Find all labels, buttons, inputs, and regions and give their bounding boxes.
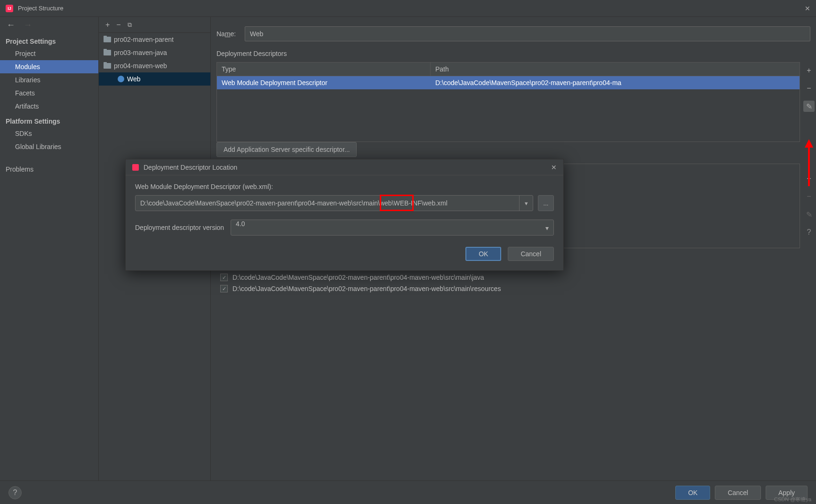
name-row: Name: (216, 26, 810, 41)
dialog-cancel-button[interactable]: Cancel (508, 247, 554, 261)
help-button[interactable]: ? (8, 486, 22, 499)
remove-icon[interactable]: − (116, 21, 120, 29)
add-row-icon[interactable]: + (803, 65, 815, 76)
dialog-buttons: OK Cancel (126, 247, 563, 270)
deployment-descriptor-dialog: Deployment Descriptor Location ✕ Web Mod… (125, 159, 564, 271)
back-icon[interactable]: ← (7, 20, 15, 30)
tree-item[interactable]: pro02-maven-parent (99, 33, 210, 46)
table-header: Type Path (217, 63, 800, 76)
watermark: CSDN @寒塘ya (774, 496, 811, 503)
chevron-down-icon: ▾ (545, 224, 549, 232)
tree-item[interactable]: pro04-maven-web (99, 59, 210, 72)
version-select[interactable]: 4.0 ▾ (231, 220, 554, 236)
remove-icon[interactable]: − (803, 191, 815, 202)
version-label: Deployment descriptor version (135, 224, 224, 231)
path-row: ▾ ... (135, 195, 554, 211)
tree-item-web[interactable]: Web (99, 72, 210, 86)
checkbox-icon[interactable]: ✓ (220, 285, 228, 292)
table-row[interactable]: Web Module Deployment Descriptor D:\code… (217, 76, 800, 89)
td-type: Web Module Deployment Descriptor (217, 76, 431, 89)
dialog-titlebar: Deployment Descriptor Location ✕ (126, 159, 563, 175)
dialog-close-icon[interactable]: ✕ (551, 164, 557, 171)
path-input[interactable] (135, 195, 533, 211)
source-root-row[interactable]: ✓ D:\code\JavaCode\MavenSpace\pro02-mave… (216, 283, 800, 294)
path-input-wrapper: ▾ (135, 195, 533, 211)
folder-icon (104, 37, 111, 42)
nav-modules[interactable]: Modules (0, 60, 98, 73)
edit-row-icon[interactable]: ✎ (803, 101, 815, 112)
nav-artifacts[interactable]: Artifacts (0, 100, 98, 113)
source-root-path: D:\code\JavaCode\MavenSpace\pro02-maven-… (232, 285, 501, 292)
server-button-row: Add Application Server specific descript… (216, 142, 800, 157)
close-icon[interactable]: ✕ (805, 5, 810, 12)
source-root-row[interactable]: ✓ D:\code\JavaCode\MavenSpace\pro02-mave… (216, 272, 800, 283)
cancel-button[interactable]: Cancel (715, 486, 761, 500)
browse-button[interactable]: ... (538, 195, 554, 211)
add-icon[interactable]: + (803, 173, 815, 184)
folder-icon (104, 63, 111, 69)
ok-button[interactable]: OK (675, 486, 710, 500)
copy-icon[interactable]: ⧉ (128, 21, 132, 29)
descriptors-table: Type Path Web Module Deployment Descript… (216, 62, 800, 142)
folder-icon (104, 50, 111, 55)
path-label: Web Module Deployment Descriptor (web.xm… (135, 183, 554, 190)
window-titlebar: IJ Project Structure ✕ (0, 0, 816, 17)
section-platform-settings: Platform Settings (0, 113, 98, 127)
nav-project[interactable]: Project (0, 47, 98, 60)
add-server-descriptor-button[interactable]: Add Application Server specific descript… (216, 142, 357, 157)
tree-toolbar: + − ⧉ (99, 17, 210, 33)
dialog-title: Deployment Descriptor Location (144, 164, 237, 171)
section-project-settings: Project Settings (0, 33, 98, 47)
dialog-ok-button[interactable]: OK (465, 247, 501, 261)
window-title: Project Structure (18, 5, 64, 12)
add-icon[interactable]: + (105, 21, 110, 29)
name-label: Name: (216, 30, 245, 38)
forward-icon: → (24, 20, 32, 30)
remove-row-icon[interactable]: − (803, 83, 815, 94)
deployment-descriptors-title: Deployment Descriptors (216, 50, 810, 57)
nav-facets[interactable]: Facets (0, 87, 98, 100)
nav-libraries[interactable]: Libraries (0, 73, 98, 87)
tree-item[interactable]: pro03-maven-java (99, 46, 210, 59)
resource-side-actions: + − ✎ ? (802, 170, 816, 238)
nav-sdks[interactable]: SDKs (0, 127, 98, 140)
bottom-bar: ? OK Cancel Apply (0, 480, 816, 504)
left-nav-panel: ← → Project Settings Project Modules Lib… (0, 17, 99, 480)
th-type: Type (217, 63, 431, 76)
help-icon[interactable]: ? (803, 227, 815, 238)
source-root-path: D:\code\JavaCode\MavenSpace\pro02-maven-… (232, 274, 484, 281)
version-row: Deployment descriptor version 4.0 ▾ (135, 220, 554, 236)
web-icon (118, 76, 124, 82)
table-side-actions: + − ✎ (802, 62, 816, 112)
app-icon: IJ (6, 5, 13, 12)
nav-global-libraries[interactable]: Global Libraries (0, 140, 98, 153)
history-dropdown-icon[interactable]: ▾ (519, 195, 533, 211)
th-path: Path (431, 63, 800, 76)
dialog-body: Web Module Deployment Descriptor (web.xm… (126, 175, 563, 236)
name-input[interactable] (245, 26, 810, 41)
edit-icon[interactable]: ✎ (803, 209, 815, 220)
td-path: D:\code\JavaCode\MavenSpace\pro02-maven-… (431, 76, 800, 89)
nav-problems[interactable]: Problems (0, 163, 98, 176)
checkbox-icon[interactable]: ✓ (220, 274, 228, 281)
app-icon (132, 164, 139, 171)
nav-history-row: ← → (0, 17, 98, 33)
